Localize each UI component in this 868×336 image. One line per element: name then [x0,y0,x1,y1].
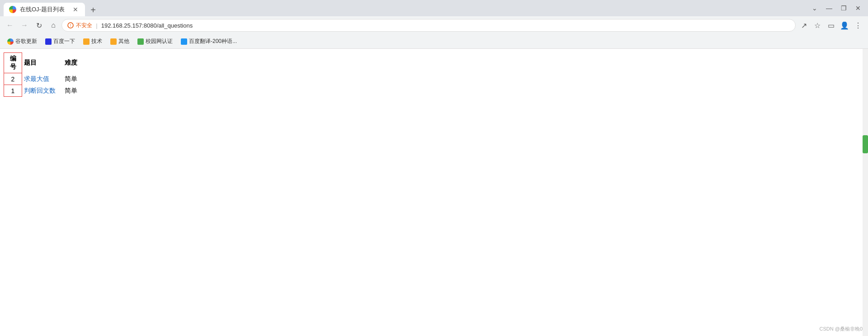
bookmark-baidu[interactable]: 百度一下 [42,36,79,47]
bookmark-campus[interactable]: 校园网认证 [134,36,176,47]
bookmark-other[interactable]: 其他 [107,36,133,47]
tab-title: 在线OJ-题目列表 [20,5,65,14]
back-button[interactable]: ← [4,19,16,32]
bookmark-favicon-translate [181,38,187,45]
question-link[interactable]: 判断回文数 [24,87,56,94]
new-tab-button[interactable]: + [87,4,99,16]
scrollbar-thumb[interactable] [863,135,868,153]
tab-favicon [9,6,16,13]
minimize-button[interactable]: — [823,2,835,14]
refresh-button[interactable]: ↻ [33,19,45,32]
question-link[interactable]: 求最大值 [24,75,49,82]
bookmark-baidu-translate[interactable]: 百度翻译-200种语... [177,36,241,47]
maximize-button[interactable]: ❐ [837,2,850,14]
header-difficulty: 难度 [63,53,85,73]
address-bar: ← → ↻ ⌂ ! 不安全 | 192.168.25.157:8080/all_… [0,16,868,34]
dropdown-button[interactable]: ⌄ [808,2,821,14]
bookmarks-bar: 谷歌更新 百度一下 技术 其他 校园网认证 百度翻译-200种语... [0,34,868,49]
active-tab[interactable]: 在线OJ-题目列表 ✕ [4,3,85,16]
page-content: 编号 题目 难度 2求最大值简单1判断回文数简单 CSDN @桑榆非晚0 [0,49,868,336]
csdn-watermark: CSDN @桑榆非晚0 [819,326,863,332]
tab-close-button[interactable]: ✕ [71,5,80,14]
cell-difficulty: 简单 [63,85,85,97]
bookmark-favicon-google [7,38,14,45]
table-row: 2求最大值简单 [4,73,85,85]
url-text: 192.168.25.157:8080/all_questions [101,22,193,29]
bookmark-google-update[interactable]: 谷歌更新 [4,36,41,47]
cell-id: 1 [4,85,22,97]
cell-id: 2 [4,73,22,85]
forward-button[interactable]: → [18,19,31,32]
bookmark-favicon-other [110,38,117,45]
scrollbar-track[interactable] [863,49,868,336]
bookmark-favicon-baidu [45,38,52,45]
bookmark-label-translate: 百度翻译-200种语... [189,38,237,45]
more-button[interactable]: ⋮ [852,19,864,32]
cell-title: 判断回文数 [22,85,63,97]
bookmark-label-other: 其他 [118,38,129,45]
window-controls: ⌄ — ❐ ✕ [808,2,864,14]
table-header-row: 编号 题目 难度 [4,53,85,73]
url-bar[interactable]: ! 不安全 | 192.168.25.157:8080/all_question… [61,19,796,32]
svg-text:!: ! [70,23,71,28]
security-warning: ! 不安全 [67,22,92,29]
cell-title: 求最大值 [22,73,63,85]
home-button[interactable]: ⌂ [47,19,60,32]
share-button[interactable]: ↗ [797,19,810,32]
bookmark-favicon-campus [137,38,144,45]
tab-area: 在线OJ-题目列表 ✕ + [4,0,808,16]
bookmark-button[interactable]: ☆ [811,19,824,32]
bookmark-favicon-tech [83,38,90,45]
table-row: 1判断回文数简单 [4,85,85,97]
title-bar: 在线OJ-题目列表 ✕ + ⌄ — ❐ ✕ [0,0,868,16]
cell-difficulty: 简单 [63,73,85,85]
close-button[interactable]: ✕ [852,2,864,14]
question-table: 编号 题目 难度 2求最大值简单1判断回文数简单 [4,52,85,97]
header-id: 编号 [4,53,22,73]
bookmark-label-campus: 校园网认证 [146,38,173,45]
bookmark-label-tech: 技术 [91,38,102,45]
bookmark-label-baidu: 百度一下 [53,38,75,45]
sidebar-button[interactable]: ▭ [825,19,837,32]
browser-chrome: 在线OJ-题目列表 ✕ + ⌄ — ❐ ✕ ← → ↻ ⌂ ! 不安全 | [0,0,868,49]
bookmark-tech[interactable]: 技术 [80,36,106,47]
bookmark-label-google: 谷歌更新 [15,38,37,45]
profile-button[interactable]: 👤 [838,19,851,32]
header-title: 题目 [22,53,63,73]
address-actions: ↗ ☆ ▭ 👤 ⋮ [797,19,864,32]
